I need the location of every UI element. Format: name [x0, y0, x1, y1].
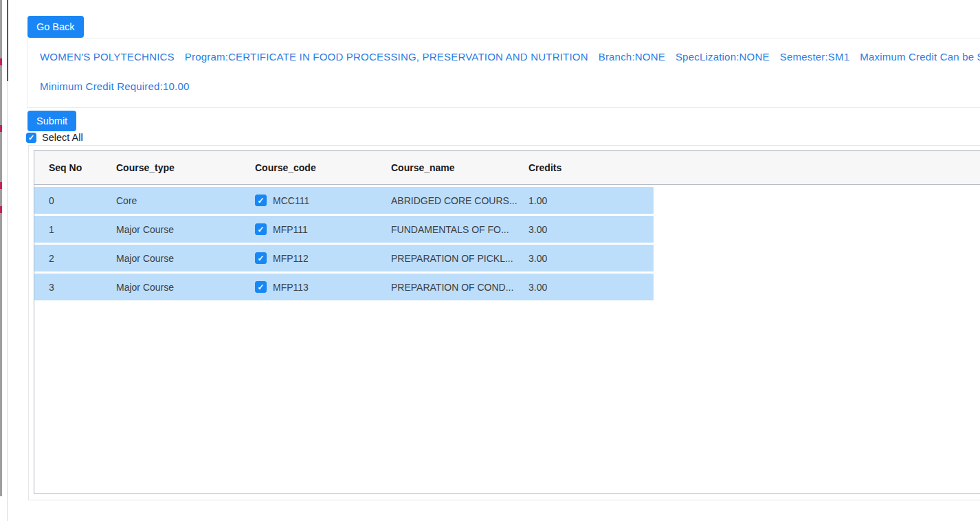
course-code-cell: MFP112: [255, 252, 391, 264]
program-info-line-1: WOMEN'S POLYTECHNICS Program:CERTIFICATE…: [40, 51, 980, 63]
course-type-cell: Core: [116, 195, 255, 206]
column-header-credits: Credits: [528, 162, 980, 173]
column-header-seq-no: Seq No: [49, 162, 116, 173]
course-code-text: MCC111: [273, 195, 309, 206]
program-info-line-2: Minimum Credit Required:10.00: [40, 80, 190, 92]
left-edge-text-fragment: [0, 206, 2, 213]
page-left-border: [7, 0, 8, 81]
go-back-button[interactable]: Go Back: [27, 16, 84, 38]
course-code-text: MFP112: [273, 253, 309, 264]
institute-name: WOMEN'S POLYTECHNICS: [40, 51, 175, 63]
course-grid-rows: 0 Core MCC111 ABRIDGED CORE COURS... 1.0…: [34, 185, 980, 300]
course-code-text: MFP113: [273, 282, 309, 293]
seq-no-cell: 3: [49, 282, 116, 293]
course-type-cell: Major Course: [116, 253, 255, 264]
course-name-cell: FUNDAMENTALS OF FO...: [391, 224, 528, 235]
course-name-cell: ABRIDGED CORE COURS...: [391, 195, 528, 206]
course-selection-screen: Go Back WOMEN'S POLYTECHNICS Program:CER…: [0, 0, 980, 521]
course-code-cell: MCC111: [255, 195, 391, 206]
course-type-cell: Major Course: [116, 282, 255, 293]
course-code-cell: MFP111: [255, 223, 391, 235]
column-header-course-name: Course_name: [391, 162, 528, 173]
row-checkbox[interactable]: [255, 223, 267, 235]
seq-no-cell: 1: [49, 224, 116, 235]
seq-no-cell: 0: [49, 195, 116, 206]
credits-cell: 3.00: [528, 282, 654, 293]
table-row[interactable]: 2 Major Course MFP112 PREPARATION OF PIC…: [34, 245, 654, 271]
left-edge-text-fragment: [0, 125, 2, 132]
credits-cell: 3.00: [528, 224, 654, 235]
course-name-cell: PREPARATION OF PICKL...: [391, 253, 528, 264]
program-info-panel: WOMEN'S POLYTECHNICS Program:CERTIFICATE…: [27, 38, 980, 108]
submit-button[interactable]: Submit: [27, 111, 76, 131]
column-header-course-type: Course_type: [116, 162, 255, 173]
course-name-cell: PREPARATION OF COND...: [391, 282, 528, 293]
select-all-label: Select All: [42, 132, 83, 143]
course-code-text: MFP111: [273, 224, 308, 235]
left-edge-text-fragment: [0, 58, 2, 65]
row-checkbox[interactable]: [255, 252, 267, 264]
max-credit-label: Maximum Credit Can be Selected:10.00: [860, 51, 980, 63]
select-all-checkbox[interactable]: [26, 133, 36, 143]
row-checkbox[interactable]: [255, 195, 267, 206]
left-edge-artifact: [0, 0, 2, 496]
credits-cell: 3.00: [528, 253, 654, 264]
course-code-cell: MFP113: [255, 281, 391, 293]
course-grid: Seq No Course_type Course_code Course_na…: [34, 150, 980, 494]
specialization-label: SpecLization:NONE: [676, 51, 770, 63]
course-type-cell: Major Course: [116, 224, 255, 235]
left-edge-text-fragment: [0, 182, 2, 189]
table-row[interactable]: 1 Major Course MFP111 FUNDAMENTALS OF FO…: [34, 216, 654, 243]
row-checkbox[interactable]: [255, 281, 267, 293]
column-header-course-code: Course_code: [255, 162, 391, 173]
min-credit-label: Minimum Credit Required:10.00: [40, 80, 190, 92]
program-label: Program:CERTIFICATE IN FOOD PROCESSING, …: [185, 51, 588, 63]
select-all-control[interactable]: Select All: [26, 132, 83, 143]
semester-label: Semester:SM1: [780, 51, 850, 63]
table-row[interactable]: 0 Core MCC111 ABRIDGED CORE COURS... 1.0…: [34, 187, 654, 214]
credits-cell: 1.00: [528, 195, 654, 206]
branch-label: Branch:NONE: [599, 51, 665, 63]
course-grid-header: Seq No Course_type Course_code Course_na…: [34, 151, 980, 185]
seq-no-cell: 2: [49, 253, 116, 264]
page-left-border: [7, 81, 8, 521]
table-row[interactable]: 3 Major Course MFP113 PREPARATION OF CON…: [34, 274, 654, 300]
